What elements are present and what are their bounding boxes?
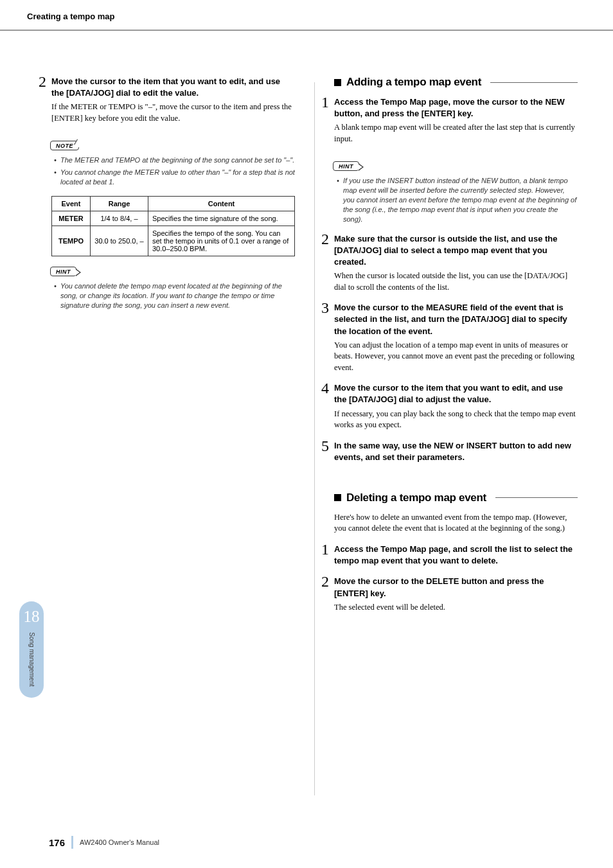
left-step-2: 2 Move the cursor to the item that you w… — [51, 76, 295, 124]
cell-content: Specifies the tempo of the song. You can… — [148, 226, 295, 256]
step-body: The selected event will be deleted. — [334, 602, 578, 614]
step-heading: Access the Tempo Map page, move the curs… — [334, 96, 578, 120]
step-heading: Move the cursor to the item that you wan… — [334, 382, 578, 405]
step-heading: Move the cursor to the item that you wan… — [51, 76, 295, 99]
table-row: METER 1/4 to 8/4, – Specifies the time s… — [52, 211, 295, 226]
chapter-title: Song management — [28, 632, 35, 687]
add-step-3: 3 Move the cursor to the MEASURE field o… — [334, 302, 578, 373]
step-body: A blank tempo map event will be created … — [334, 122, 578, 145]
hint-item: If you use the INSERT button instead of … — [343, 176, 578, 224]
note-item: You cannot change the METER value to oth… — [60, 168, 295, 187]
del-step-1: 1 Access the Tempo Map page, and scroll … — [334, 544, 578, 567]
section-heading-del: Deleting a tempo map event — [334, 492, 578, 504]
note-label-box: NOTE — [50, 141, 79, 150]
page-header: Creating a tempo map — [0, 0, 613, 31]
square-bullet-icon — [334, 494, 341, 501]
cell-event: TEMPO — [52, 226, 91, 256]
step-number: 2 — [321, 573, 329, 590]
step-heading: Make sure that the cursor is outside the… — [334, 233, 578, 269]
cell-range: 1/4 to 8/4, – — [91, 211, 148, 226]
table-header-row: Event Range Content — [52, 196, 295, 211]
hint-label-box: HINT — [333, 161, 359, 171]
cell-event: METER — [52, 211, 91, 226]
add-step-1: 1 Access the Tempo Map page, move the cu… — [334, 96, 578, 145]
spec-table: Event Range Content METER 1/4 to 8/4, – … — [51, 196, 295, 256]
step-body: You can adjust the location of a tempo m… — [334, 340, 578, 374]
step-number: 1 — [321, 94, 329, 111]
column-divider — [314, 82, 315, 795]
square-bullet-icon — [334, 79, 341, 86]
left-column: 2 Move the cursor to the item that you w… — [51, 76, 295, 795]
heading-rule — [490, 82, 578, 83]
section-title: Adding a tempo map event — [346, 76, 481, 89]
delete-intro-text: Here's how to delete an unwanted event f… — [334, 512, 578, 535]
heading-rule — [495, 497, 578, 498]
footer-bar-icon — [71, 836, 73, 849]
note-list: The METER and TEMPO at the beginning of … — [51, 155, 295, 187]
chapter-number: 18 — [24, 608, 40, 626]
section-heading-add: Adding a tempo map event — [334, 76, 578, 89]
cell-range: 30.0 to 250.0, – — [91, 226, 148, 256]
add-step-5: 5 In the same way, use the NEW or INSERT… — [334, 440, 578, 463]
hint-item: You cannot delete the tempo map event lo… — [60, 281, 295, 310]
content-columns: 2 Move the cursor to the item that you w… — [0, 31, 613, 795]
add-step-2: 2 Make sure that the cursor is outside t… — [334, 233, 578, 294]
step-number: 3 — [321, 299, 329, 317]
step-heading: Move the cursor to the MEASURE field of … — [334, 302, 578, 337]
cell-content: Specifies the time signature of the song… — [148, 211, 295, 226]
step-body: If the METER or TEMPO is "–", move the c… — [51, 102, 295, 124]
hint-list: You cannot delete the tempo map event lo… — [51, 281, 295, 310]
section-title: Deleting a tempo map event — [346, 492, 486, 504]
step-number: 2 — [321, 231, 329, 248]
right-column: Adding a tempo map event 1 Access the Te… — [334, 76, 578, 795]
step-number: 5 — [321, 438, 329, 455]
step-body: If necessary, you can play back the song… — [334, 409, 578, 431]
step-number: 4 — [321, 380, 329, 397]
hint-label-box: HINT — [50, 267, 76, 276]
step-heading: Move the cursor to the DELETE button and… — [334, 576, 578, 599]
step-number: 2 — [39, 73, 46, 91]
chapter-tab: 18 Song management — [19, 601, 44, 698]
footer-text: AW2400 Owner's Manual — [80, 838, 159, 846]
th-range: Range — [91, 196, 148, 211]
step-body: When the cursor is located outside the l… — [334, 270, 578, 293]
th-content: Content — [148, 196, 295, 211]
del-step-2: 2 Move the cursor to the DELETE button a… — [334, 576, 578, 613]
hint-list: If you use the INSERT button instead of … — [334, 176, 578, 224]
page-footer: 176 AW2400 Owner's Manual — [49, 836, 159, 849]
table-row: TEMPO 30.0 to 250.0, – Specifies the tem… — [52, 226, 295, 256]
page-number: 176 — [49, 837, 65, 848]
step-number: 1 — [321, 541, 329, 558]
note-item: The METER and TEMPO at the beginning of … — [60, 155, 295, 165]
add-step-4: 4 Move the cursor to the item that you w… — [334, 382, 578, 430]
header-title: Creating a tempo map — [27, 12, 613, 21]
th-event: Event — [52, 196, 91, 211]
step-heading: Access the Tempo Map page, and scroll th… — [334, 544, 578, 567]
step-heading: In the same way, use the NEW or INSERT b… — [334, 440, 578, 463]
